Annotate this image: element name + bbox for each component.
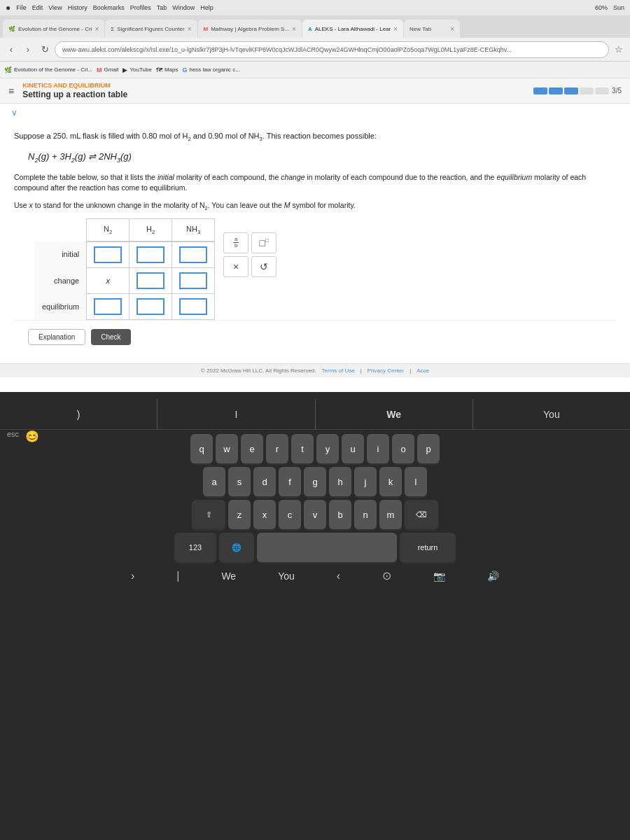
tab-close-icon[interactable]: × <box>393 25 398 33</box>
cell-initial-n2[interactable] <box>87 241 130 268</box>
input-equil-nh3[interactable] <box>179 298 207 315</box>
suggestion-you[interactable]: You <box>473 399 630 429</box>
key-space[interactable] <box>257 533 397 562</box>
privacy-link[interactable]: Privacy Center <box>368 368 404 374</box>
input-change-h2[interactable] <box>136 272 164 289</box>
key-t[interactable]: t <box>291 434 314 463</box>
bookmark-maps[interactable]: 🗺 Maps <box>156 66 178 74</box>
key-i[interactable]: i <box>367 434 389 463</box>
cell-initial-nh3[interactable] <box>172 241 215 268</box>
address-bar[interactable]: www-awu.aleks.com/alekscgi/x/Isl.exe/1o_… <box>55 41 609 58</box>
fn-you[interactable]: You <box>278 570 295 582</box>
key-numbers[interactable]: 123 <box>174 533 216 562</box>
menu-view[interactable]: View <box>48 4 62 11</box>
key-backspace[interactable]: ⌫ <box>405 500 438 529</box>
clear-button[interactable]: × <box>223 256 248 277</box>
tab-close-icon[interactable]: × <box>292 25 296 33</box>
key-m[interactable]: m <box>379 500 402 529</box>
bookmark-hess[interactable]: G hess law organic c... <box>182 66 240 74</box>
menu-profiles[interactable]: Profiles <box>130 4 151 11</box>
key-globe[interactable]: 🌐 <box>219 533 254 562</box>
key-l[interactable]: l <box>405 467 427 496</box>
input-change-nh3[interactable] <box>179 272 207 289</box>
key-d[interactable]: d <box>253 467 276 496</box>
tab-newtab[interactable]: New Tab × <box>404 20 460 38</box>
menu-apple[interactable]: ● <box>6 3 10 13</box>
key-c[interactable]: c <box>279 500 301 529</box>
input-equil-n2[interactable] <box>94 298 122 315</box>
key-b[interactable]: b <box>329 500 351 529</box>
key-k[interactable]: k <box>379 467 402 496</box>
bookmark-evolution[interactable]: 🌿Evolution of the Genome - Cri... <box>4 66 92 74</box>
exponent-button[interactable]: □□ <box>251 232 276 253</box>
key-a[interactable]: a <box>203 467 225 496</box>
key-z[interactable]: z <box>228 500 251 529</box>
bookmark-star-button[interactable]: ☆ <box>612 43 626 57</box>
key-p[interactable]: p <box>417 434 440 463</box>
fn-circle-icon[interactable]: ⊙ <box>382 569 391 582</box>
key-r[interactable]: r <box>266 434 288 463</box>
input-initial-n2[interactable] <box>94 246 122 263</box>
tab-aleks[interactable]: A ALEKS - Lara Althawadi - Lear × <box>302 20 403 38</box>
check-button[interactable]: Check <box>91 329 130 345</box>
input-initial-h2[interactable] <box>136 246 164 263</box>
tab-evolution[interactable]: 🌿 Evolution of the Genome - Cri × <box>3 20 104 38</box>
key-y[interactable]: y <box>316 434 339 463</box>
undo-button[interactable]: ↺ <box>251 256 276 277</box>
tab-close-icon[interactable]: × <box>450 25 454 33</box>
key-o[interactable]: o <box>392 434 414 463</box>
key-w[interactable]: w <box>216 434 238 463</box>
input-equil-h2[interactable] <box>136 298 164 315</box>
fn-we[interactable]: We <box>221 570 236 582</box>
suggestion-we[interactable]: We <box>316 399 473 429</box>
fn-right-angle[interactable]: › <box>131 570 134 582</box>
cell-equil-n2[interactable] <box>87 294 130 320</box>
cell-change-nh3[interactable] <box>172 268 215 294</box>
accessibility-link[interactable]: Acce <box>416 368 429 374</box>
key-g[interactable]: g <box>304 467 326 496</box>
fn-speaker-icon[interactable]: 🔊 <box>487 570 499 582</box>
emoji-button[interactable]: 😊 <box>25 430 39 443</box>
cell-equil-nh3[interactable] <box>172 294 215 320</box>
fn-chevron-left[interactable]: ‹ <box>337 570 340 582</box>
key-u[interactable]: u <box>342 434 364 463</box>
tab-close-icon[interactable]: × <box>188 25 192 33</box>
expand-icon[interactable]: ∨ <box>11 108 18 118</box>
bookmark-youtube[interactable]: ▶ YouTube <box>122 66 151 74</box>
suggestion-paren[interactable]: ) <box>0 399 158 429</box>
explanation-button[interactable]: Explanation <box>28 329 85 345</box>
bookmark-gmail[interactable]: M Gmail <box>97 66 118 74</box>
menu-help[interactable]: Help <box>200 4 214 11</box>
cell-change-h2[interactable] <box>130 268 172 294</box>
hamburger-icon[interactable]: ≡ <box>8 85 14 97</box>
suggestion-i[interactable]: I <box>158 399 315 429</box>
key-x[interactable]: x <box>253 500 276 529</box>
cell-equil-h2[interactable] <box>130 294 172 320</box>
key-j[interactable]: j <box>354 467 377 496</box>
key-v[interactable]: v <box>304 500 326 529</box>
key-f[interactable]: f <box>279 467 301 496</box>
input-initial-nh3[interactable] <box>179 246 207 263</box>
key-e[interactable]: e <box>241 434 263 463</box>
tab-sigfig[interactable]: Σ Significant Figures Counter × <box>105 20 197 38</box>
terms-link[interactable]: Terms of Use <box>322 368 355 374</box>
forward-button[interactable]: › <box>21 43 35 57</box>
key-return[interactable]: return <box>400 533 456 562</box>
cell-initial-h2[interactable] <box>130 241 172 268</box>
menu-tab[interactable]: Tab <box>157 4 167 11</box>
menu-window[interactable]: Window <box>172 4 195 11</box>
key-q[interactable]: q <box>190 434 213 463</box>
key-n[interactable]: n <box>354 500 377 529</box>
fn-camera-icon[interactable]: 📷 <box>433 570 445 582</box>
key-shift[interactable]: ⇧ <box>192 500 225 529</box>
menu-edit[interactable]: Edit <box>32 4 43 11</box>
tab-mathway[interactable]: M Mathway | Algebra Problem S... × <box>198 20 302 38</box>
back-button[interactable]: ‹ <box>4 43 18 57</box>
menu-file[interactable]: File <box>16 4 27 11</box>
reload-button[interactable]: ↻ <box>38 43 52 57</box>
key-h[interactable]: h <box>329 467 351 496</box>
menu-bookmarks[interactable]: Bookmarks <box>93 4 125 11</box>
key-s[interactable]: s <box>228 467 251 496</box>
tab-close-icon[interactable]: × <box>94 25 99 33</box>
menu-history[interactable]: History <box>68 4 88 11</box>
